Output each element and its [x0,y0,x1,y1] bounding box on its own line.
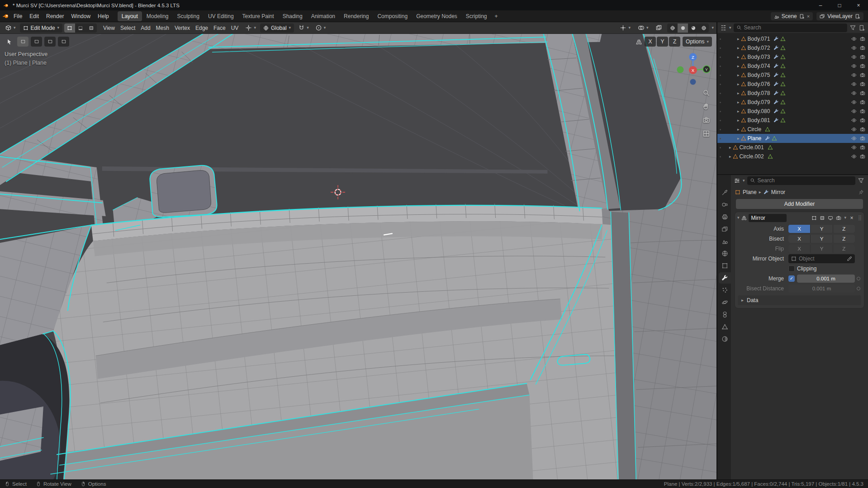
pin-icon[interactable] [859,190,864,195]
modifier-extras-icon[interactable]: ▾ [844,216,846,220]
flip-toggle[interactable]: Z [833,245,855,253]
show-realtime-toggle[interactable] [826,214,834,222]
tab-physics[interactable] [719,297,731,308]
outliner-row[interactable]: ▸ Body.080 [717,107,868,116]
tab-constraints[interactable] [719,309,731,320]
shading-dropdown-icon[interactable]: ▾ [711,26,714,30]
disable-render-icon[interactable] [860,81,865,87]
mirror-object-field[interactable]: Object [788,254,855,263]
navigation-gizmo[interactable]: Z Y X [674,51,712,89]
viewport-menu-item[interactable]: UV [228,24,242,33]
tab-render[interactable] [719,199,731,210]
proportional-edit-dropdown[interactable]: ▾ [313,24,328,32]
disable-render-icon[interactable] [860,90,865,96]
blender-menu-icon[interactable] [3,13,9,19]
show-in-editmode-toggle[interactable] [818,214,826,222]
tab-world[interactable] [719,248,731,259]
properties-editor-dropdown-icon[interactable]: ▾ [743,179,745,183]
tab-tool[interactable] [719,187,731,198]
pan-hand-icon[interactable] [702,103,710,110]
hide-viewport-icon[interactable] [851,36,857,42]
flip-toggle[interactable]: Y [811,245,832,253]
tab-particles[interactable] [719,284,731,296]
breadcrumb-modifier[interactable]: Mirror [771,189,785,195]
app-menu-item[interactable]: Window [67,12,94,21]
unlink-scene-icon[interactable]: × [807,14,810,19]
active-tool-button[interactable] [4,37,15,47]
show-gizmo-dropdown[interactable]: ▾ [617,24,633,32]
tab-output[interactable] [719,211,731,223]
outliner-row[interactable]: ▸ Body.074 [717,62,868,71]
show-on-cage-toggle[interactable] [810,214,818,222]
outliner-row[interactable]: ▸ Body.072 [717,43,868,52]
disable-render-icon[interactable] [860,63,865,69]
hide-viewport-icon[interactable] [851,154,857,159]
hide-viewport-icon[interactable] [851,145,857,150]
outliner-row[interactable]: ▸ Circle.001 [717,143,868,152]
hide-viewport-icon[interactable] [851,54,857,60]
expand-chevron-icon[interactable]: ▸ [737,37,740,41]
outliner-row[interactable]: ▸ Body.071 [717,34,868,43]
hide-viewport-icon[interactable] [851,90,857,96]
disable-render-icon[interactable] [860,45,865,51]
tool-options-dropdown[interactable]: Options ▾ [683,37,712,47]
workspace-tab[interactable]: UV Editing [204,11,238,21]
drag-handle-icon[interactable]: ⣿ [858,215,862,221]
disable-render-icon[interactable] [860,99,865,105]
expand-chevron-icon[interactable]: ▸ [737,82,740,86]
new-collection-icon[interactable] [859,24,865,31]
workspace-tab[interactable]: Compositing [373,11,412,21]
flip-toggle[interactable]: X [788,245,810,253]
hide-viewport-icon[interactable] [851,136,857,141]
outliner-search[interactable] [734,24,847,32]
hide-viewport-icon[interactable] [851,109,857,114]
add-workspace-button[interactable]: + [492,12,501,20]
app-menu-item[interactable]: Render [43,12,67,21]
expand-chevron-icon[interactable]: ▸ [737,100,740,104]
outliner-row[interactable]: ▸ Body.078 [717,89,868,98]
outliner-row[interactable]: ▸ Circle.002 [717,152,868,161]
properties-editor-icon[interactable] [734,177,740,184]
hide-viewport-icon[interactable] [851,45,857,51]
expand-chevron-icon[interactable]: ▸ [729,146,731,150]
select-mode-subtract-button[interactable] [44,37,56,47]
solid-shading-button[interactable] [678,24,688,33]
vertex-select-button[interactable] [64,24,75,33]
disable-render-icon[interactable] [860,154,865,159]
viewport-menu-item[interactable]: Vertex [172,24,193,33]
expand-chevron-icon[interactable]: ▸ [737,55,740,59]
viewport-menu-item[interactable]: Face [211,24,228,33]
orientation-dropdown[interactable]: Global ▾ [260,24,294,33]
merge-checkbox[interactable]: ✓ [788,275,795,282]
app-menu-item[interactable]: Help [94,12,113,21]
tab-scene[interactable] [719,236,731,247]
workspace-tab[interactable]: Modeling [142,11,173,21]
expand-chevron-icon[interactable]: ▸ [737,91,740,95]
expand-chevron-icon[interactable]: ▸ [737,118,740,123]
disable-render-icon[interactable] [860,36,865,42]
pivot-point-dropdown[interactable]: ▾ [243,24,258,32]
viewport-menu-item[interactable]: Select [118,24,138,33]
viewport-canvas[interactable]: XYZ Options ▾ User Perspective (1) Plane… [0,34,716,479]
viewport-menu-item[interactable]: Mesh [153,24,172,33]
view-layer-selector[interactable]: ViewLayer [816,12,863,20]
disable-render-icon[interactable] [860,109,865,114]
breadcrumb-object[interactable]: Plane [743,189,757,195]
bisect-toggle[interactable]: Z [833,235,855,243]
outliner-filter-icon[interactable] [849,24,856,31]
outliner-row[interactable]: ▸ Plane [717,134,868,143]
workspace-tab[interactable]: Sculpting [173,11,204,21]
outliner-editor-dropdown-icon[interactable]: ▾ [729,26,731,30]
minimize-button[interactable]: – [811,0,830,10]
workspace-tab[interactable]: Shading [279,11,307,21]
hide-viewport-icon[interactable] [851,127,857,132]
overlays-dropdown[interactable]: ▾ [636,24,651,32]
scene-selector[interactable]: Scene × [771,12,813,20]
outliner-row[interactable]: ▸ Circle [717,125,868,134]
hide-viewport-icon[interactable] [851,63,857,69]
hide-viewport-icon[interactable] [851,118,857,123]
viewport-menu-item[interactable]: View [100,24,118,33]
hide-viewport-icon[interactable] [851,81,857,87]
outliner-editor-icon[interactable] [720,24,727,31]
workspace-tab[interactable]: Rendering [340,11,373,21]
